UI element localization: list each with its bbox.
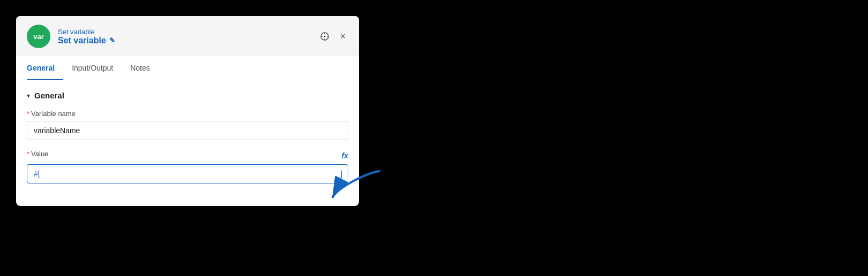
tab-notes[interactable]: Notes [122,56,159,80]
section-title: General [34,91,64,100]
target-icon[interactable] [319,31,330,42]
panel-title-row: Set variable ✎ [58,36,115,45]
value-field-header: * Value fx [27,150,348,161]
variable-name-label: * Variable name [27,110,348,118]
title-block: Set variable Set variable ✎ [58,28,115,45]
value-input[interactable] [27,165,340,183]
required-star-value: * [27,150,29,158]
required-star-name: * [27,110,29,118]
tabs-bar: General Input/Output Notes [16,56,359,80]
value-label: * Value [27,150,48,158]
edit-icon[interactable]: ✎ [109,36,115,44]
fx-button[interactable]: fx [342,151,348,160]
value-label-text: Value [31,150,48,158]
variable-name-field-group: * Variable name [27,110,348,140]
panel-body: ▾ General * Variable name * Value fx ] [16,80,359,206]
panel-header: var Set variable Set variable ✎ [16,16,359,56]
header-right: × [319,31,348,42]
variable-name-input[interactable] [27,121,348,140]
value-input-wrapper: ] [27,164,348,183]
var-icon: var [27,25,50,48]
section-header: ▾ General [27,91,348,100]
svg-point-1 [324,36,326,37]
tab-general[interactable]: General [27,56,63,80]
close-icon[interactable]: × [338,31,348,42]
chevron-icon: ▾ [27,92,30,99]
value-field-group: * Value fx ] [27,150,348,183]
set-variable-panel: var Set variable Set variable ✎ [16,16,359,206]
header-left: var Set variable Set variable ✎ [27,25,115,48]
panel-title: Set variable [58,36,106,45]
tab-input-output[interactable]: Input/Output [63,56,122,80]
arrow-annotation [327,166,391,211]
variable-name-label-text: Variable name [31,110,76,118]
panel-subtitle: Set variable [58,28,115,36]
